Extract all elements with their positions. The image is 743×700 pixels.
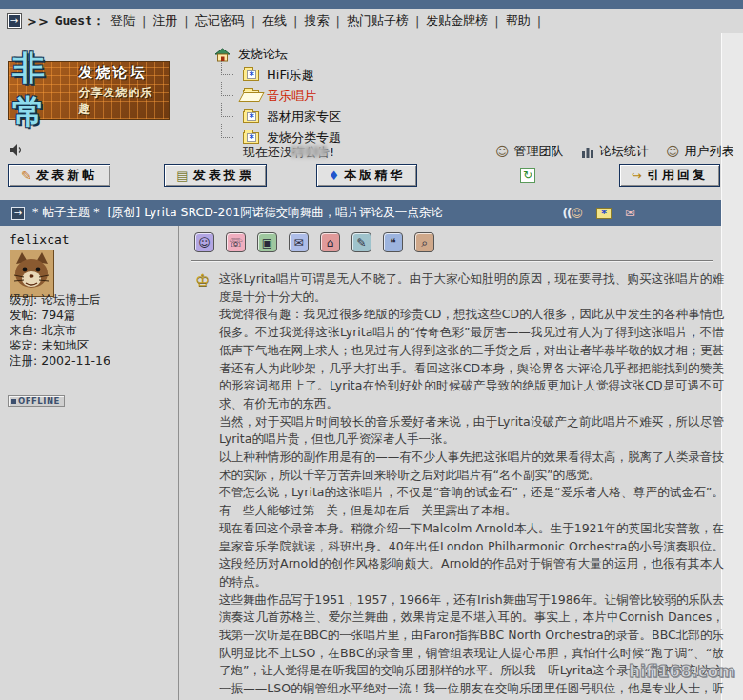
post-divider	[191, 260, 713, 262]
digest-icon: ♦	[329, 169, 340, 183]
tree-elbow	[221, 61, 233, 75]
bar-chart-icon	[581, 146, 594, 158]
tree-elbow	[221, 82, 233, 96]
avatar	[10, 250, 54, 297]
status-badge: OFFLINE	[8, 395, 65, 407]
nav-separator: |	[336, 14, 340, 29]
forum-link[interactable]: 音乐唱片	[267, 88, 316, 105]
author-sidebar: felixcat 级别: 论坛博士后 发帖: 794篇 来自:	[0, 226, 179, 700]
rank-crown-icon: ♔	[195, 270, 210, 290]
author-field: 鉴定: 未知地区	[10, 338, 110, 353]
watermark: hifi168.com	[629, 662, 735, 681]
tree-elbow	[221, 103, 233, 117]
forum-logo[interactable]: 非常 发烧论坛 分享发烧的乐趣	[8, 61, 170, 120]
quote-reply-label: 引用回复	[647, 167, 708, 184]
folder-icon: *	[243, 70, 259, 81]
nav-link[interactable]: 帮助	[506, 12, 531, 30]
post-paragraph: 以上种种情形的副作用是有的——有不少人事先把这张唱片的效果看得太高，脱离了人类录…	[219, 449, 724, 484]
nav-link[interactable]: 在线	[262, 12, 287, 30]
guest-label: Guest：	[55, 12, 105, 30]
nav-separator: |	[184, 14, 188, 29]
new-topic-button[interactable]: ✎ 发表新帖	[8, 164, 110, 187]
announce-to-friend-icon[interactable]: ((☺	[563, 207, 583, 220]
top-navigation: → >> Guest： 登陆 | 注册 | 忘记密码 | 在线 | 搜索 | 热…	[0, 9, 743, 33]
admin-team-link: ☺ 管理团队	[495, 143, 564, 160]
forward-mail-icon[interactable]: ✉	[625, 206, 635, 220]
buddy-icon[interactable]: ☏	[226, 232, 246, 252]
copy-icon[interactable]: ▣	[257, 232, 277, 252]
new-topic-icon: ✎	[21, 169, 31, 183]
post-paragraph: 我觉得很有趣：我见过很多绝版的珍贵CD，想找这些CD的人很多，因此从中发生的各种…	[219, 306, 724, 412]
new-poll-button[interactable]: ▤ 发表投票	[164, 164, 267, 187]
post-content: 这张Lyrita唱片可谓是无人不晓了。由于大家心知肚明的原因，现在要寻找、购买这…	[219, 270, 724, 700]
post-paragraph: 这张Lyrita唱片可谓是无人不晓了。由于大家心知肚明的原因，现在要寻找、购买这…	[219, 270, 724, 306]
search-icon[interactable]: ⌕	[414, 232, 434, 252]
thread-title-prefix: * 帖子主题 *	[32, 205, 99, 221]
nav-link[interactable]: 搜索	[305, 12, 330, 30]
forum-link[interactable]: HiFi乐趣	[267, 67, 314, 84]
user-list-label[interactable]: 用户列表	[685, 143, 734, 160]
tree-root-link[interactable]: 发烧论坛	[238, 46, 288, 63]
forum-tree: 发烧论坛 * HiFi乐趣 * 音乐唱片 * 器材用	[214, 44, 341, 149]
nav-separator: |	[251, 14, 255, 29]
forum-stats-label[interactable]: 论坛统计	[599, 143, 649, 160]
author-field: 来自: 北京市	[10, 323, 110, 338]
forum-stats-link: 论坛统计	[581, 143, 649, 160]
author-username[interactable]: felixcat	[10, 232, 70, 247]
edit-icon[interactable]: ✎	[351, 232, 372, 252]
nav-separator: |	[293, 14, 297, 29]
forum-link[interactable]: 器材用家专区	[267, 109, 341, 126]
post-paragraph: 不管怎么说，Lyrita的这张唱片，不仅是“音响的试金石”，还是“爱乐者人格、尊…	[219, 484, 724, 519]
refresh-icon[interactable]: ↻	[520, 168, 535, 183]
profile-icon[interactable]: ☺	[194, 232, 214, 252]
author-field: 发帖: 794篇	[10, 308, 110, 323]
home-icon	[214, 48, 231, 62]
arrow-icon: →	[11, 207, 25, 220]
post-paragraph: 当然，对于买唱片时间较长的音乐爱好者来说，由于Lyrita没破产之前此唱片不难买…	[219, 413, 724, 449]
nav-link[interactable]: 登陆	[110, 12, 135, 30]
quote-reply-icon: ↪	[632, 169, 642, 183]
collect-topic-icon[interactable]: *	[596, 208, 612, 219]
folder-icon: *	[243, 90, 259, 102]
user-face-icon: ☺	[666, 145, 680, 158]
new-poll-label: 发表投票	[193, 167, 254, 184]
nav-link[interactable]: 热门贴子榜	[347, 12, 409, 30]
admin-team-label[interactable]: 管理团队	[514, 143, 564, 160]
logo-title: 发烧论坛	[79, 64, 165, 82]
quote-reply-button[interactable]: ↪ 引用回复	[619, 164, 720, 187]
right-margin	[721, 33, 743, 700]
user-list-link: ☺ 用户列表	[666, 143, 734, 160]
digest-button[interactable]: ♦ 本版精华	[316, 164, 417, 187]
author-field: 注册: 2002-11-16	[10, 353, 110, 369]
homepage-icon[interactable]: ⌂	[320, 232, 340, 252]
top-accent-bar	[0, 0, 743, 9]
new-topic-label: 发表新帖	[36, 167, 97, 184]
speaker-icon	[10, 144, 24, 156]
post-paragraph: 这些舞曲作品写于1951，1957，1966年，还有Irish舞曲写于1986年…	[219, 591, 724, 700]
nav-links: 登陆 | 注册 | 忘记密码 | 在线 | 搜索 | 热门贴子榜 | 发贴金牌榜…	[110, 12, 541, 30]
nav-separator: |	[142, 14, 146, 29]
nav-separator: |	[537, 14, 541, 29]
digest-label: 本版精华	[344, 167, 405, 184]
forum-page: → >> Guest： 登陆 | 注册 | 忘记密码 | 在线 | 搜索 | 热…	[0, 0, 743, 700]
author-fields: 级别: 论坛博士后 发帖: 794篇 来自: 北京市 鉴定: 未知地区 注册: …	[10, 292, 110, 369]
quote-icon[interactable]: ❝	[383, 232, 403, 252]
post-paragraph: 现在看回这个录音本身。稍微介绍一下Malcolm Arnold本人。生于1921…	[219, 520, 724, 591]
new-poll-icon: ▤	[176, 169, 188, 183]
author-field: 级别: 论坛博士后	[10, 292, 110, 308]
logo-subtitle: 分享发烧的乐趣	[79, 85, 165, 117]
tree-elbow	[221, 124, 233, 138]
arrow-icon: →	[8, 14, 21, 28]
thread-title-bar: → * 帖子主题 * [原创] Lyrita SRCD-201阿诺德交响舞曲，唱…	[0, 200, 721, 226]
nav-link[interactable]: 注册	[152, 12, 177, 30]
tree-items: * HiFi乐趣 * 音乐唱片 * 器材用家专区 *	[214, 65, 341, 149]
nav-separator: |	[494, 14, 498, 29]
logo-brand-text: 非常	[12, 47, 73, 134]
thread-title: [原创] Lyrita SRCD-201阿诺德交响舞曲，唱片评论及一点杂论	[107, 205, 442, 221]
admin-face-icon: ☺	[495, 145, 510, 158]
nav-link[interactable]: 发贴金牌榜	[426, 12, 488, 30]
post-tools: ☺ ☏ ▣ ✉ ⌂ ✎ ❝ ⌕	[194, 232, 434, 252]
folder-icon: *	[243, 111, 259, 123]
nav-link[interactable]: 忘记密码	[195, 12, 245, 30]
email-icon[interactable]: ✉	[289, 232, 309, 252]
